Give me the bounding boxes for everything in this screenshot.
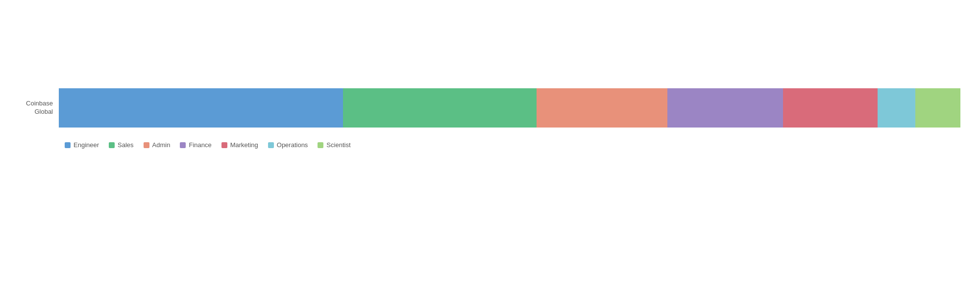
legend-label-scientist: Scientist [326, 141, 350, 149]
legend-dot-admin [144, 142, 149, 148]
legend-label-engineer: Engineer [74, 141, 99, 149]
legend-item-engineer: Engineer [65, 141, 99, 149]
legend-item-sales: Sales [109, 141, 134, 149]
bar-segment-admin [537, 88, 667, 128]
legend-dot-scientist [318, 142, 323, 148]
bar-segment-finance [667, 88, 783, 128]
chart-row: CoinbaseGlobal [20, 88, 960, 128]
legend-dot-operations [268, 142, 274, 148]
legend-item-operations: Operations [268, 141, 308, 149]
bar-segment-engineer [59, 88, 343, 128]
bar-segment-marketing [783, 88, 878, 128]
legend: EngineerSalesAdminFinanceMarketingOperat… [65, 141, 960, 149]
bar-segment-sales [343, 88, 537, 128]
chart-container: CoinbaseGlobal EngineerSalesAdminFinance… [20, 88, 960, 149]
legend-dot-finance [180, 142, 186, 148]
legend-label-admin: Admin [152, 141, 171, 149]
legend-label-sales: Sales [118, 141, 134, 149]
legend-label-finance: Finance [189, 141, 211, 149]
bar-segment-scientist [915, 88, 960, 128]
legend-item-admin: Admin [144, 141, 171, 149]
bar-wrapper [59, 88, 960, 128]
legend-item-finance: Finance [180, 141, 211, 149]
legend-dot-sales [109, 142, 115, 148]
company-label: CoinbaseGlobal [20, 100, 59, 116]
legend-dot-engineer [65, 142, 71, 148]
legend-dot-marketing [221, 142, 227, 148]
legend-label-marketing: Marketing [230, 141, 258, 149]
bar-segment-operations [878, 88, 915, 128]
legend-item-marketing: Marketing [221, 141, 258, 149]
legend-item-scientist: Scientist [318, 141, 350, 149]
legend-label-operations: Operations [277, 141, 308, 149]
